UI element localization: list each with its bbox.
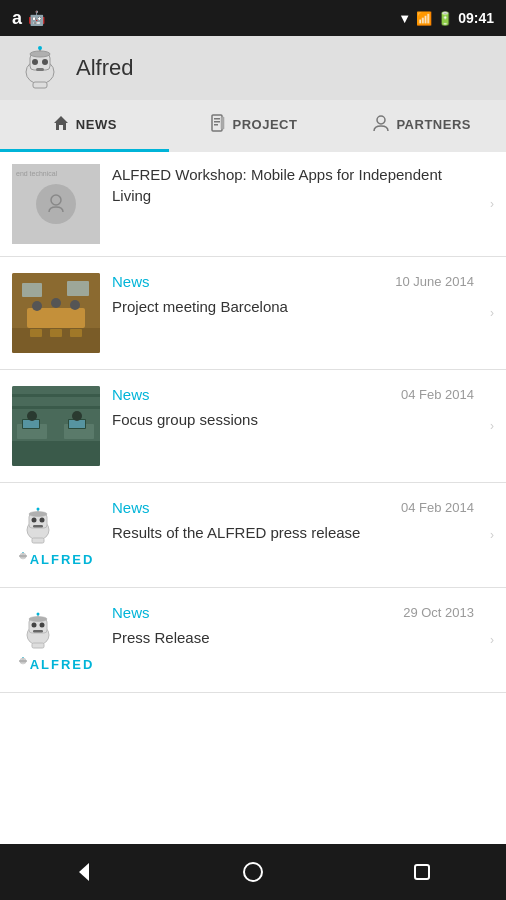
svg-rect-56 bbox=[33, 630, 43, 633]
signal-icon: 📶 bbox=[416, 11, 432, 26]
recents-button[interactable] bbox=[392, 852, 452, 892]
svg-point-14 bbox=[377, 116, 385, 124]
news-item-title: Results of the ALFRED press release bbox=[112, 522, 474, 543]
news-date: 04 Feb 2014 bbox=[401, 387, 474, 402]
svg-point-62 bbox=[19, 660, 27, 663]
svg-point-51 bbox=[22, 552, 24, 553]
svg-rect-38 bbox=[12, 406, 100, 409]
svg-point-6 bbox=[38, 46, 42, 50]
tab-news[interactable]: NEWS bbox=[0, 100, 169, 149]
svg-rect-34 bbox=[69, 420, 85, 428]
svg-rect-18 bbox=[27, 308, 85, 328]
svg-point-36 bbox=[72, 411, 82, 421]
svg-rect-47 bbox=[32, 538, 44, 543]
news-meta: News 29 Oct 2013 bbox=[112, 604, 474, 621]
thumb-focus bbox=[12, 386, 100, 466]
svg-rect-25 bbox=[50, 329, 62, 337]
news-item-content: News 29 Oct 2013 Press Release bbox=[112, 604, 474, 648]
news-date: 10 June 2014 bbox=[395, 274, 474, 289]
svg-marker-65 bbox=[79, 863, 89, 881]
news-category: News bbox=[112, 273, 150, 290]
tab-partners-label: PARTNERS bbox=[396, 117, 471, 132]
news-category: News bbox=[112, 386, 150, 403]
app-header: Alfred bbox=[0, 36, 506, 100]
news-item-content: News 10 June 2014 Project meeting Barcel… bbox=[112, 273, 474, 317]
news-item-content: ALFRED Workshop: Mobile Apps for Indepen… bbox=[112, 164, 474, 206]
amazon-icon: a bbox=[12, 8, 22, 29]
list-item[interactable]: News 10 June 2014 Project meeting Barcel… bbox=[0, 257, 506, 370]
time-display: 09:41 bbox=[458, 10, 494, 26]
arrow-icon: › bbox=[490, 306, 494, 320]
svg-point-54 bbox=[32, 622, 37, 627]
thumb-alfred-2: ALFRED bbox=[12, 604, 100, 676]
svg-rect-28 bbox=[12, 441, 100, 466]
svg-rect-67 bbox=[415, 865, 429, 879]
svg-point-64 bbox=[22, 657, 24, 658]
svg-rect-22 bbox=[22, 283, 42, 297]
news-item-content: News 04 Feb 2014 Focus group sessions bbox=[112, 386, 474, 430]
list-item[interactable]: News 04 Feb 2014 Focus group sessions › bbox=[0, 370, 506, 483]
svg-point-3 bbox=[42, 59, 48, 65]
svg-point-58 bbox=[37, 612, 40, 615]
app-title: Alfred bbox=[76, 55, 133, 81]
partners-icon bbox=[372, 114, 390, 136]
svg-point-46 bbox=[29, 511, 47, 516]
news-meta: News 10 June 2014 bbox=[112, 273, 474, 290]
thumb-meeting bbox=[12, 273, 100, 353]
svg-point-41 bbox=[32, 517, 37, 522]
svg-rect-10 bbox=[214, 118, 220, 120]
svg-rect-7 bbox=[33, 82, 47, 88]
news-list: end technical ALFRED Workshop: Mobile Ap… bbox=[0, 152, 506, 844]
app-logo bbox=[16, 44, 64, 92]
thumb-alfred: ALFRED bbox=[12, 499, 100, 571]
arrow-icon: › bbox=[490, 419, 494, 433]
wifi-icon: ▼ bbox=[398, 11, 411, 26]
svg-point-21 bbox=[70, 300, 80, 310]
bottom-nav bbox=[0, 844, 506, 900]
status-bar-left: a 🤖 bbox=[12, 8, 45, 29]
svg-rect-4 bbox=[36, 68, 44, 71]
tab-news-label: NEWS bbox=[76, 117, 117, 132]
svg-point-42 bbox=[40, 517, 45, 522]
news-category: News bbox=[112, 604, 150, 621]
arrow-icon: › bbox=[490, 528, 494, 542]
news-date: 29 Oct 2013 bbox=[403, 605, 474, 620]
svg-rect-43 bbox=[33, 525, 43, 528]
list-item[interactable]: ALFRED News 04 Feb 2014 Results of the A… bbox=[0, 483, 506, 588]
svg-point-20 bbox=[51, 298, 61, 308]
svg-rect-33 bbox=[23, 420, 39, 428]
news-meta: News 04 Feb 2014 bbox=[112, 499, 474, 516]
news-item-title: Project meeting Barcelona bbox=[112, 296, 474, 317]
tab-partners[interactable]: PARTNERS bbox=[337, 100, 506, 149]
project-icon bbox=[209, 114, 227, 136]
svg-rect-24 bbox=[30, 329, 42, 337]
android-icon: 🤖 bbox=[28, 10, 45, 26]
tab-project-label: PROJECT bbox=[233, 117, 298, 132]
list-item[interactable]: end technical ALFRED Workshop: Mobile Ap… bbox=[0, 152, 506, 257]
svg-point-59 bbox=[29, 616, 47, 621]
news-item-title: Focus group sessions bbox=[112, 409, 474, 430]
news-meta: News 04 Feb 2014 bbox=[112, 386, 474, 403]
home-icon bbox=[52, 114, 70, 136]
status-bar-right: ▼ 📶 🔋 09:41 bbox=[398, 10, 494, 26]
back-button[interactable] bbox=[54, 852, 114, 892]
news-item-title: Press Release bbox=[112, 627, 474, 648]
news-date: 04 Feb 2014 bbox=[401, 500, 474, 515]
news-item-title: ALFRED Workshop: Mobile Apps for Indepen… bbox=[112, 164, 474, 206]
svg-rect-13 bbox=[221, 117, 224, 129]
svg-point-55 bbox=[40, 622, 45, 627]
svg-rect-11 bbox=[214, 121, 220, 123]
tab-project[interactable]: PROJECT bbox=[169, 100, 338, 149]
status-bar: a 🤖 ▼ 📶 🔋 09:41 bbox=[0, 0, 506, 36]
svg-rect-9 bbox=[212, 115, 222, 131]
svg-rect-60 bbox=[32, 643, 44, 648]
thumb-workshop: end technical bbox=[12, 164, 100, 244]
svg-point-45 bbox=[37, 507, 40, 510]
arrow-icon: › bbox=[490, 197, 494, 211]
home-button[interactable] bbox=[223, 852, 283, 892]
svg-rect-26 bbox=[70, 329, 82, 337]
list-item[interactable]: ALFRED News 29 Oct 2013 Press Release › bbox=[0, 588, 506, 693]
svg-rect-37 bbox=[12, 394, 100, 397]
svg-point-2 bbox=[32, 59, 38, 65]
news-item-content: News 04 Feb 2014 Results of the ALFRED p… bbox=[112, 499, 474, 543]
